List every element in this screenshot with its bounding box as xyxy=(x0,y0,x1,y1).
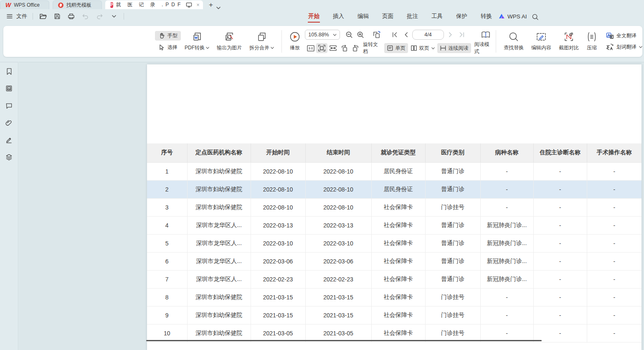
table-cell: 5 xyxy=(147,234,187,252)
pdf-convert-button[interactable]: PDF转换 xyxy=(181,31,213,51)
first-page-button[interactable] xyxy=(389,30,400,40)
actual-size-button[interactable] xyxy=(305,43,316,53)
page-indicator: 4/4 xyxy=(424,32,431,38)
replace-pages-button[interactable] xyxy=(371,30,382,40)
menu-tab-convert[interactable]: 转换 xyxy=(480,10,493,23)
table-cell: - xyxy=(587,216,641,234)
menu-tab-protect[interactable]: 保护 xyxy=(455,10,468,23)
double-page-label: 双页 xyxy=(419,45,429,52)
double-page-icon xyxy=(411,45,417,51)
tab-wps-office[interactable]: W WPS Office xyxy=(0,0,49,9)
table-cell: 9 xyxy=(147,306,187,324)
read-mode-label[interactable]: 阅读模式 xyxy=(474,41,492,55)
play-button[interactable]: 播放 xyxy=(286,31,304,51)
redo-icon[interactable] xyxy=(95,12,104,21)
tab-label: WPS Office xyxy=(14,2,40,8)
signature-icon[interactable] xyxy=(5,135,13,144)
menu-tab-tools[interactable]: 工具 xyxy=(431,10,444,23)
zoom-out-button[interactable] xyxy=(343,30,355,40)
table-row: 1深圳市妇幼保健院2022-08-102022-08-10居民身份证普通门诊--… xyxy=(147,162,641,180)
page-number-input[interactable]: 4/4 xyxy=(412,30,444,40)
edit-content-button[interactable]: 编辑内容 xyxy=(527,31,555,51)
open-folder-icon[interactable] xyxy=(38,12,47,21)
compress-button[interactable]: 压缩 xyxy=(583,31,601,51)
medical-records-table: 序号定点医药机构名称开始时间结束时间就诊凭证类型医疗类别病种名称住院主诊断名称手… xyxy=(147,143,641,342)
table-cell: 社会保障卡 xyxy=(371,324,425,342)
translate-group: 全文翻译 划词翻译 xyxy=(606,32,642,51)
attachment-icon[interactable] xyxy=(5,118,13,127)
last-page-button[interactable] xyxy=(456,30,467,40)
table-cell: 新冠肺炎门诊... xyxy=(480,252,533,270)
table-cell: 普通门诊 xyxy=(425,180,480,198)
divider xyxy=(496,30,496,53)
file-menu[interactable]: 文件 xyxy=(16,13,27,20)
previous-page-button[interactable] xyxy=(400,30,411,40)
menu-tab-insert[interactable]: 插入 xyxy=(332,10,345,23)
screenshot-compare-button[interactable]: 截图对比 xyxy=(555,31,583,51)
read-mode-icon-button[interactable] xyxy=(480,30,491,40)
table-cell: - xyxy=(533,288,587,306)
thumbnail-icon[interactable] xyxy=(5,84,13,93)
rotate-right-icon xyxy=(352,44,360,52)
menu-tab-edit[interactable]: 编辑 xyxy=(357,10,370,23)
menu-tab-page[interactable]: 页面 xyxy=(381,10,394,23)
bookmark-icon[interactable] xyxy=(5,67,13,76)
export-image-button[interactable]: 输出为图片 xyxy=(213,31,246,51)
table-cell: 2021-03-15 xyxy=(251,306,305,324)
rotate-right-button[interactable] xyxy=(350,43,361,53)
find-replace-button[interactable]: 查找替换 xyxy=(500,31,527,51)
horizontal-scrollbar[interactable] xyxy=(146,340,542,341)
table-cell: 居民身份证 xyxy=(371,162,425,180)
table-row: 8深圳市妇幼保健院2021-03-152021-03-15社会保障卡门诊挂号--… xyxy=(147,288,641,306)
table-cell: 社会保障卡 xyxy=(371,234,425,252)
zoom-level-select[interactable]: 105.88% xyxy=(305,30,340,40)
table-cell: 深圳市龙华区人... xyxy=(187,270,251,288)
wps-ai-label: WPS AI xyxy=(507,13,527,20)
rotate-left-button[interactable] xyxy=(339,43,350,53)
monitor-icon[interactable] xyxy=(186,0,192,9)
word-translate-button[interactable]: 划词翻译 xyxy=(606,43,642,51)
fit-page-button[interactable] xyxy=(316,43,327,53)
save-icon[interactable] xyxy=(53,12,61,21)
table-cell: - xyxy=(587,270,641,288)
menu-tab-comment[interactable]: 批注 xyxy=(406,10,419,23)
new-tab-button[interactable]: + xyxy=(209,1,213,9)
chevron-down-icon xyxy=(333,34,337,36)
tab-docer-templates[interactable]: 找稻壳模板 xyxy=(53,0,102,9)
comment-icon[interactable] xyxy=(5,101,13,110)
single-page-button[interactable]: 单页 xyxy=(384,43,408,53)
print-icon[interactable] xyxy=(67,12,76,21)
tab-document-pdf[interactable]: P 就 医 记 录 .PDF × xyxy=(105,0,203,9)
divider xyxy=(124,13,124,20)
select-tool-button[interactable]: 选择 xyxy=(155,43,181,52)
close-tab-icon[interactable]: × xyxy=(195,2,201,8)
layers-icon[interactable] xyxy=(5,153,13,161)
hand-tool-button[interactable]: 手型 xyxy=(155,31,181,41)
menu-tab-home[interactable]: 开始 xyxy=(307,10,320,23)
next-page-button[interactable] xyxy=(445,30,456,40)
table-cell: 门诊挂号 xyxy=(425,288,480,306)
rotate-doc-label[interactable]: 旋转文档 xyxy=(363,41,380,55)
split-merge-button[interactable]: 拆分合并 xyxy=(246,31,278,51)
table-cell: 普通门诊 xyxy=(425,162,480,180)
full-translate-button[interactable]: 全文翻译 xyxy=(606,32,642,39)
table-cell: - xyxy=(533,234,587,252)
screenshot-compare-label: 截图对比 xyxy=(559,44,579,51)
pdf-convert-icon xyxy=(192,31,203,42)
select-tool-label: 选择 xyxy=(167,44,177,51)
hamburger-icon[interactable] xyxy=(5,12,14,21)
table-cell: 居民身份证 xyxy=(371,180,425,198)
table-cell: - xyxy=(587,180,641,198)
wps-ai-button[interactable]: WPS AI xyxy=(499,9,527,23)
table-row: 6深圳市龙华区人...2022-03-062022-03-06社会保障卡普通门诊… xyxy=(147,252,641,270)
double-page-button[interactable]: 双页 xyxy=(408,43,437,53)
undo-icon[interactable] xyxy=(81,12,90,21)
table-cell: 社会保障卡 xyxy=(371,252,425,270)
table-cell: - xyxy=(480,180,533,198)
history-chevron-icon[interactable] xyxy=(109,12,118,21)
search-icon[interactable] xyxy=(531,13,540,21)
continuous-read-button[interactable]: 连续阅读 xyxy=(437,43,471,53)
fit-width-button[interactable] xyxy=(327,43,339,53)
zoom-in-button[interactable] xyxy=(355,30,366,40)
table-cell: 深圳市龙华区人... xyxy=(187,252,251,270)
